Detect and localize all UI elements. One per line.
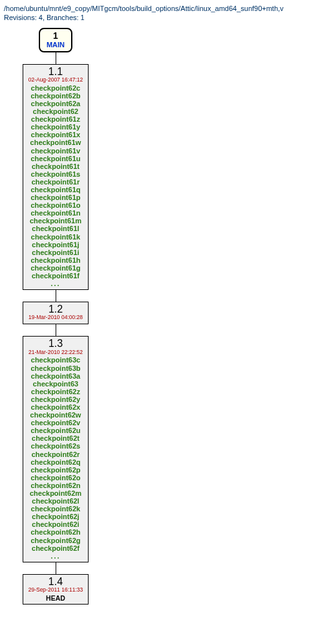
tag: checkpoint61f xyxy=(30,272,81,280)
tag: checkpoint62 xyxy=(30,107,81,115)
tag: checkpoint63a xyxy=(30,372,81,380)
tag: checkpoint62s xyxy=(30,442,81,450)
tag: checkpoint62j xyxy=(30,513,81,520)
tag: checkpoint63b xyxy=(30,364,81,372)
branch-number: 1 xyxy=(53,30,58,41)
tag: checkpoint61j xyxy=(30,241,81,249)
tag: checkpoint61n xyxy=(30,209,81,217)
branch-name: MAIN xyxy=(47,41,65,49)
tag: checkpoint62h xyxy=(30,528,81,536)
tag: checkpoint63c xyxy=(30,356,81,364)
revision-number: 1.3 xyxy=(48,338,63,350)
edge xyxy=(56,52,56,64)
tag: checkpoint62c xyxy=(30,84,81,92)
tag: checkpoint62r xyxy=(30,450,81,458)
tag: checkpoint61y xyxy=(30,123,81,131)
tag: checkpoint61p xyxy=(30,194,81,201)
tag: checkpoint62i xyxy=(30,520,81,528)
tag: checkpoint61m xyxy=(30,217,81,225)
tag: checkpoint62g xyxy=(30,537,81,544)
tag: checkpoint62o xyxy=(30,474,81,482)
edge xyxy=(56,562,56,574)
revision-node-1.1[interactable]: 1.1 02-Aug-2007 16:47:12 checkpoint62c c… xyxy=(23,64,89,291)
tag: checkpoint62b xyxy=(30,92,81,100)
revision-graph: 1 MAIN 1.1 02-Aug-2007 16:47:12 checkpoi… xyxy=(4,28,107,605)
tag: checkpoint62n xyxy=(30,482,81,489)
tag-list: checkpoint63c checkpoint63b checkpoint63… xyxy=(30,356,81,551)
revision-node-1.2[interactable]: 1.2 19-Mar-2010 04:00:28 xyxy=(23,302,89,324)
tag: checkpoint61q xyxy=(30,186,81,194)
tag: checkpoint62t xyxy=(30,434,81,442)
tag: checkpoint61u xyxy=(30,155,81,162)
tag-list: checkpoint62c checkpoint62b checkpoint62… xyxy=(30,84,81,280)
revision-date: 29-Sep-2011 16:11:33 xyxy=(28,587,83,594)
tag: checkpoint61l xyxy=(30,225,81,232)
tag: checkpoint62w xyxy=(30,411,81,419)
tag: checkpoint61z xyxy=(30,115,81,123)
tag: checkpoint61h xyxy=(30,256,81,264)
revision-node-1.3[interactable]: 1.3 21-Mar-2010 22:22:52 checkpoint63c c… xyxy=(23,336,89,562)
revision-node-1.4[interactable]: 1.4 29-Sep-2011 16:11:33 HEAD xyxy=(23,574,89,605)
edge xyxy=(56,290,56,302)
tag: checkpoint62x xyxy=(30,403,81,411)
header: /home/ubuntu/mnt/e9_copy/MITgcm/tools/bu… xyxy=(4,4,327,23)
tag: checkpoint62p xyxy=(30,466,81,474)
more-tags-icon: ... xyxy=(50,280,60,287)
tag: checkpoint62a xyxy=(30,100,81,107)
tag: checkpoint61s xyxy=(30,170,81,178)
tag: checkpoint61x xyxy=(30,131,81,139)
tag: checkpoint62l xyxy=(30,497,81,505)
tag: checkpoint62u xyxy=(30,427,81,434)
tag: checkpoint62v xyxy=(30,419,81,427)
tag: checkpoint61t xyxy=(30,162,81,170)
revision-date: 21-Mar-2010 22:22:52 xyxy=(28,350,83,356)
more-tags-icon: ... xyxy=(50,553,60,560)
tag: checkpoint62k xyxy=(30,505,81,513)
tag: checkpoint62z xyxy=(30,388,81,395)
branch-node-main[interactable]: 1 MAIN xyxy=(39,28,72,52)
file-path: /home/ubuntu/mnt/e9_copy/MITgcm/tools/bu… xyxy=(4,4,327,13)
tag: checkpoint62f xyxy=(30,544,81,552)
head-label: HEAD xyxy=(46,594,65,602)
tag: checkpoint61r xyxy=(30,178,81,186)
tag: checkpoint61v xyxy=(30,147,81,155)
tag: checkpoint62y xyxy=(30,395,81,403)
tag: checkpoint61k xyxy=(30,233,81,241)
edge xyxy=(56,324,56,336)
tag: checkpoint63 xyxy=(30,380,81,388)
revision-date: 19-Mar-2010 04:00:28 xyxy=(28,315,83,321)
tag: checkpoint62q xyxy=(30,458,81,466)
tag: checkpoint61g xyxy=(30,264,81,272)
stats-line: Revisions: 4, Branches: 1 xyxy=(4,13,327,22)
tag: checkpoint61w xyxy=(30,139,81,146)
tag: checkpoint61o xyxy=(30,201,81,209)
tag: checkpoint61i xyxy=(30,249,81,256)
revision-date: 02-Aug-2007 16:47:12 xyxy=(28,77,83,83)
tag: checkpoint62m xyxy=(30,489,81,497)
